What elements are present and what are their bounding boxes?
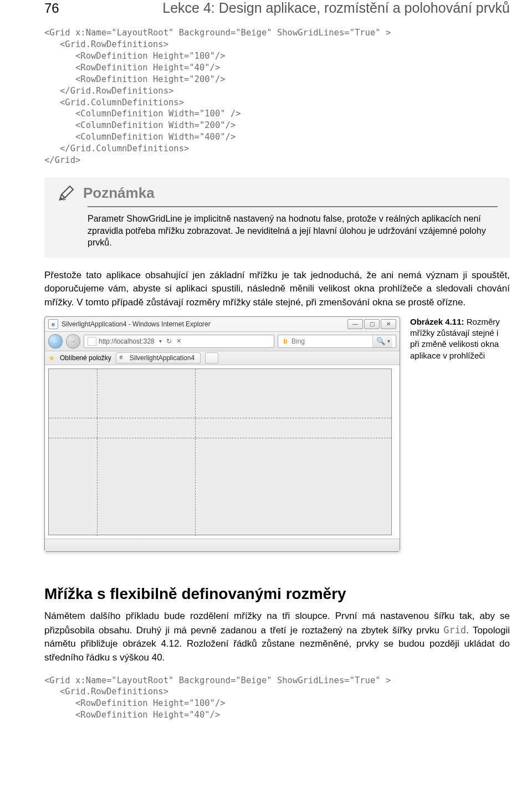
paragraph-grid-behaviour: Přestože tato aplikace obsahující jen zá… (44, 269, 510, 310)
grid-cell (196, 369, 391, 418)
stop-icon[interactable]: ✕ (174, 337, 181, 345)
silverlight-grid (48, 368, 392, 535)
arrow-right-icon: → (70, 337, 76, 345)
magnifier-icon: 🔍 (376, 337, 385, 345)
section-title-flex-grid: Mřížka s flexibilně definovanými rozměry (44, 585, 510, 603)
status-bar (45, 539, 400, 551)
window-title: SilverlightApplication4 - Windows Intern… (62, 320, 344, 328)
star-icon[interactable]: ★ (48, 354, 55, 362)
grid-row (49, 418, 391, 438)
forward-button[interactable]: → (66, 334, 80, 349)
grid-row (49, 438, 391, 536)
arrow-left-icon: ← (52, 337, 59, 345)
favorites-label[interactable]: Oblíbené položky (60, 354, 111, 362)
grid-cell (98, 369, 196, 418)
code-listing-grid-fixed: <Grid x:Name="LayoutRoot" Background="Be… (44, 27, 510, 166)
chevron-down-icon[interactable]: ▾ (385, 338, 390, 344)
bing-icon: b (282, 337, 289, 345)
grid-row (49, 369, 391, 418)
close-button[interactable]: ✕ (381, 319, 396, 329)
toolbar: ← → http://localhost:328 ▾ ↻ ✕ b Bing 🔍 (45, 332, 400, 351)
note-box: Poznámka Parametr ShowGridLine je implic… (44, 177, 510, 258)
para-text-a: Námětem dalšího příkladu bude rozdělení … (44, 611, 510, 636)
address-bar[interactable]: http://localhost:328 ▾ ↻ ✕ (84, 335, 274, 348)
ie-favicon-icon: e (120, 354, 127, 362)
page-header: 76 Lekce 4: Design aplikace, rozmístění … (44, 0, 510, 16)
back-button[interactable]: ← (48, 334, 63, 349)
paragraph-flex-grid: Námětem dalšího příkladu bude rozdělení … (44, 610, 510, 665)
inline-code-grid: Grid (443, 624, 466, 636)
new-tab-button[interactable] (205, 352, 218, 363)
note-divider (88, 206, 498, 207)
figure-caption: Obrázek 4.11: Rozměry mřížky zůstávají s… (410, 316, 510, 552)
grid-cell (196, 418, 391, 438)
code-listing-grid-flex: <Grid x:Name="LayoutRoot" Background="Be… (44, 675, 510, 721)
browser-window: e SilverlightApplication4 - Windows Inte… (44, 316, 400, 552)
page-icon (88, 337, 96, 346)
search-go-button[interactable]: 🔍 ▾ (372, 335, 392, 347)
search-placeholder: Bing (291, 337, 305, 345)
grid-cell (49, 369, 98, 418)
minimize-button[interactable]: — (347, 319, 363, 329)
figure-label: Obrázek 4.11: (410, 317, 464, 326)
url-text: http://localhost:328 (99, 337, 155, 345)
tab-active[interactable]: e SilverlightApplication4 (116, 352, 201, 363)
page-number: 76 (44, 1, 59, 16)
titlebar: e SilverlightApplication4 - Windows Inte… (45, 317, 400, 332)
grid-cell (49, 438, 98, 536)
tab-label: SilverlightApplication4 (130, 354, 195, 362)
chevron-down-icon[interactable]: ▾ (157, 338, 162, 344)
grid-cell (98, 418, 196, 438)
grid-cell (98, 438, 196, 536)
browser-client-area (45, 365, 400, 539)
maximize-button[interactable]: ▢ (364, 319, 380, 329)
note-body: Parametr ShowGridLine je implicitně nast… (88, 213, 498, 249)
grid-cell (49, 418, 98, 438)
ie-favicon-icon: e (48, 319, 58, 329)
favorites-bar: ★ Oblíbené položky e SilverlightApplicat… (45, 351, 400, 365)
note-title: Poznámka (83, 185, 155, 202)
search-bar[interactable]: b Bing 🔍 ▾ (278, 335, 396, 348)
refresh-icon[interactable]: ↻ (164, 337, 172, 345)
chapter-title: Lekce 4: Design aplikace, rozmístění a p… (81, 0, 510, 16)
pencil-icon (57, 183, 76, 203)
grid-cell (196, 438, 391, 536)
